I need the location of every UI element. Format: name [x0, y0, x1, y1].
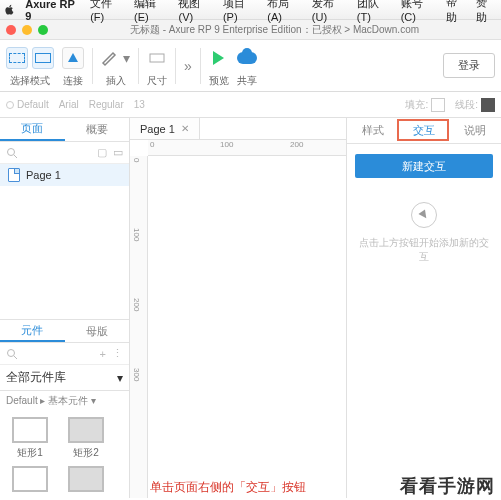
- close-tab-icon[interactable]: ✕: [181, 123, 189, 134]
- library-group[interactable]: Default ▸ 基本元件 ▾: [0, 391, 129, 411]
- tab-style[interactable]: 样式: [347, 118, 398, 143]
- zoom-window-icon[interactable]: [38, 25, 48, 35]
- tool-preview[interactable]: 预览: [209, 44, 229, 88]
- dims-icon: [148, 49, 166, 67]
- menu-file[interactable]: 文件(F): [90, 0, 124, 23]
- window-title: 无标题 - Axure RP 9 Enterprise Edition：已授权 …: [54, 23, 495, 37]
- tab-pages[interactable]: 页面: [0, 118, 65, 141]
- menu-edit[interactable]: 编辑(E): [134, 0, 168, 23]
- cloud-icon: [237, 52, 257, 64]
- toolbar-separator: [200, 48, 201, 84]
- add-folder-icon[interactable]: ▭: [113, 146, 123, 159]
- ruler-tick: 100: [220, 140, 233, 149]
- overflow-icon[interactable]: »: [184, 58, 192, 74]
- menu-team[interactable]: 团队(T): [357, 0, 391, 23]
- fill-swatch-icon: [431, 98, 445, 112]
- menu-layout[interactable]: 布局(A): [267, 0, 301, 23]
- menu-publish[interactable]: 发布(U): [312, 0, 347, 23]
- tab-interactions[interactable]: 交互: [398, 118, 449, 143]
- widget-rect1[interactable]: 矩形1: [6, 417, 54, 460]
- menu-account[interactable]: 账号(C): [401, 0, 436, 23]
- ruler-tick: 200: [290, 140, 303, 149]
- apple-icon: [4, 4, 15, 16]
- svg-line-2: [14, 155, 17, 158]
- search-icon[interactable]: [6, 348, 18, 360]
- menu-project[interactable]: 项目(P): [223, 0, 257, 23]
- menubar-right[interactable]: 赞助: [476, 0, 497, 25]
- widget-style-select[interactable]: Default: [6, 99, 49, 110]
- menu-help[interactable]: 帮助: [446, 0, 467, 25]
- insert-label: 插入: [106, 74, 126, 88]
- tool-connect[interactable]: 连接: [62, 44, 84, 88]
- rect-outline-icon: [12, 417, 48, 443]
- widget-placeholder[interactable]: [6, 466, 54, 492]
- main-toolbar: 选择模式 连接 ▾ 插入 尺寸 » 预览 共享 登录: [0, 40, 501, 92]
- tool-share[interactable]: 共享: [237, 44, 257, 88]
- canvas-tab-label: Page 1: [140, 123, 175, 135]
- toolbar-separator: [175, 48, 176, 84]
- style-property-bar: Default Arial Regular 13 填充: 线段:: [0, 92, 501, 118]
- font-weight-select[interactable]: Regular: [89, 99, 124, 110]
- empty-hint-text: 点击上方按钮开始添加新的交互: [355, 236, 493, 264]
- svg-point-1: [8, 148, 15, 155]
- svg-point-3: [8, 349, 15, 356]
- fill-control[interactable]: 填充:: [405, 98, 445, 112]
- connect-label: 连接: [63, 74, 83, 88]
- library-menu-icon[interactable]: ⋮: [112, 347, 123, 360]
- left-panel: 页面 概要 ▢ ▭ Page 1 元件 母版 + ⋮ 全部元件库▾ Defaul…: [0, 118, 130, 498]
- tab-notes[interactable]: 说明: [450, 118, 501, 143]
- dims-label: 尺寸: [147, 74, 167, 88]
- page-tree-item[interactable]: Page 1: [0, 164, 129, 186]
- svg-line-4: [14, 356, 17, 359]
- ruler-tick: 300: [132, 368, 141, 381]
- new-interaction-button[interactable]: 新建交互: [355, 154, 493, 178]
- interactions-empty-state: 点击上方按钮开始添加新的交互: [347, 188, 501, 278]
- rect-filled-icon: [68, 466, 104, 492]
- menubar-app-name[interactable]: Axure RP 9: [25, 0, 80, 22]
- tool-dims[interactable]: 尺寸: [147, 44, 167, 88]
- inspector-panel: 样式 交互 说明 新建交互 点击上方按钮开始添加新的交互: [346, 118, 501, 498]
- close-window-icon[interactable]: [6, 25, 16, 35]
- menu-view[interactable]: 视图(V): [178, 0, 212, 23]
- macos-menubar: Axure RP 9 文件(F) 编辑(E) 视图(V) 项目(P) 布局(A)…: [0, 0, 501, 20]
- tab-outline[interactable]: 概要: [65, 118, 130, 141]
- toolbar-separator: [138, 48, 139, 84]
- login-button[interactable]: 登录: [443, 53, 495, 78]
- library-select[interactable]: 全部元件库▾: [0, 365, 129, 391]
- watermark-brand: 看看手游网: [400, 474, 495, 498]
- tab-masters[interactable]: 母版: [65, 320, 130, 342]
- widget-placeholder[interactable]: [62, 466, 110, 492]
- add-library-icon[interactable]: +: [100, 348, 106, 360]
- design-canvas[interactable]: [148, 156, 346, 498]
- minimize-window-icon[interactable]: [22, 25, 32, 35]
- share-label: 共享: [237, 74, 257, 88]
- canvas-tab[interactable]: Page 1 ✕: [130, 118, 200, 139]
- preview-label: 预览: [209, 74, 229, 88]
- ruler-tick: 0: [132, 158, 141, 162]
- widget-rect2[interactable]: 矩形2: [62, 417, 110, 460]
- toolbar-separator: [92, 48, 93, 84]
- ruler-tick: 200: [132, 298, 141, 311]
- font-size-input[interactable]: 13: [134, 99, 145, 110]
- line-control[interactable]: 线段:: [455, 98, 495, 112]
- widget-label: 矩形2: [73, 446, 99, 460]
- page-tree-label: Page 1: [26, 169, 61, 181]
- window-titlebar: 无标题 - Axure RP 9 Enterprise Edition：已授权 …: [0, 20, 501, 40]
- rect-outline-icon: [12, 466, 48, 492]
- tutorial-annotation: 单击页面右侧的「交互」按钮: [150, 479, 306, 496]
- tool-insert[interactable]: ▾ 插入: [101, 44, 130, 88]
- cursor-click-icon: [411, 202, 437, 228]
- canvas-area: Page 1 ✕ 0 100 200 0 100 200 300: [130, 118, 346, 498]
- font-family-select[interactable]: Arial: [59, 99, 79, 110]
- ruler-vertical: 0 100 200 300: [130, 156, 148, 498]
- pen-icon: [101, 49, 119, 67]
- tool-select-mode[interactable]: 选择模式: [6, 44, 54, 88]
- chevron-down-icon: ▾: [117, 371, 123, 385]
- ruler-tick: 0: [150, 140, 154, 149]
- play-icon: [213, 51, 224, 65]
- add-page-icon[interactable]: ▢: [97, 146, 107, 159]
- chevron-down-icon: ▾: [123, 50, 130, 66]
- tab-widgets[interactable]: 元件: [0, 320, 65, 342]
- search-icon[interactable]: [6, 147, 18, 159]
- ruler-tick: 100: [132, 228, 141, 241]
